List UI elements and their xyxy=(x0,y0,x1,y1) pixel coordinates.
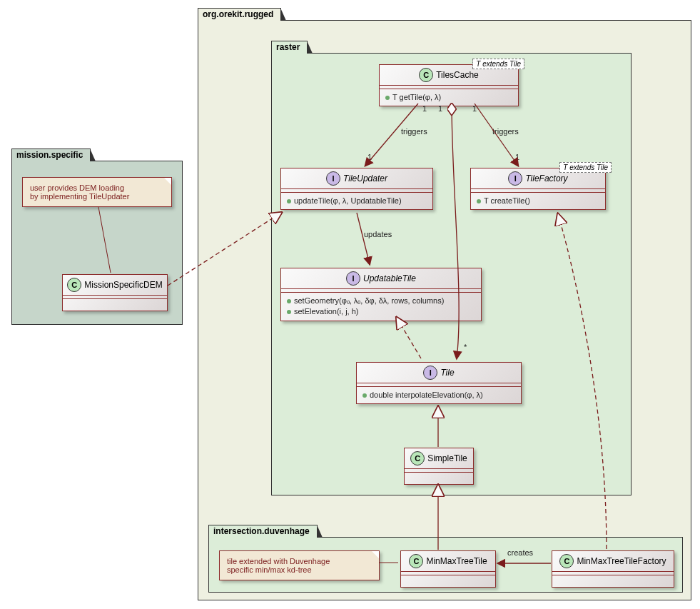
method: setElevation(i, j, h) xyxy=(294,306,358,317)
class-name: MissionSpecificDEM xyxy=(84,280,162,290)
class-tile: I Tile double interpolateElevation(φ, λ) xyxy=(356,362,522,404)
package-mission-specific-tab: mission.specific xyxy=(11,149,91,161)
class-name: TileUpdater xyxy=(343,173,387,183)
template-param: T extends Tile xyxy=(559,162,612,173)
interface-icon: I xyxy=(508,171,522,186)
class-icon: C xyxy=(559,554,574,568)
package-org-orekit-rugged-tab: org.orekit.rugged xyxy=(198,8,281,21)
method: T getTile(φ, λ) xyxy=(392,92,441,103)
interface-icon: I xyxy=(326,171,340,186)
class-tile-updater: I TileUpdater updateTile(φ, λ, Updatable… xyxy=(280,168,433,210)
label-triggers-2: triggers xyxy=(492,127,519,136)
class-name: TilesCache xyxy=(436,70,479,80)
class-icon: C xyxy=(409,554,423,568)
package-intersection-duvenhage: intersection.duvenhage tile extended wit… xyxy=(208,537,683,593)
label-creates: creates xyxy=(507,548,533,557)
class-simple-tile: C SimpleTile xyxy=(404,448,474,485)
interface-icon: I xyxy=(423,366,437,380)
class-name: UpdatableTile xyxy=(363,273,416,283)
class-name: Tile xyxy=(440,368,454,378)
class-minmaxtreetile: C MinMaxTreeTile xyxy=(400,550,496,588)
class-minmaxtreetilefactory: C MinMaxTreeTileFactory xyxy=(552,550,674,588)
package-raster-tab: raster xyxy=(271,41,308,54)
class-name: MinMaxTreeTile xyxy=(426,556,487,566)
interface-icon: I xyxy=(346,271,360,286)
mult-1-c: 1 xyxy=(472,104,477,113)
mult-star: * xyxy=(464,343,467,351)
class-name: SimpleTile xyxy=(427,453,467,463)
mult-1-a: 1 xyxy=(422,104,427,113)
label-triggers-1: triggers xyxy=(401,127,427,136)
visibility-dot xyxy=(287,310,291,314)
class-icon: C xyxy=(67,278,81,292)
visibility-dot xyxy=(362,393,367,398)
class-tiles-cache: C TilesCache T extends Tile T getTile(φ,… xyxy=(379,64,519,106)
class-updatable-tile: I UpdatableTile setGeometry(φ₀, λ₀, δφ, … xyxy=(280,268,482,321)
class-icon: C xyxy=(419,68,433,82)
visibility-dot xyxy=(477,199,481,203)
package-mission-specific: mission.specific user provides DEM loadi… xyxy=(11,161,183,325)
package-raster: raster C TilesCache T extends Tile T get… xyxy=(271,53,631,495)
method: double interpolateElevation(φ, λ) xyxy=(370,390,483,401)
visibility-dot xyxy=(385,96,390,100)
mult-1-b: 1 xyxy=(438,104,442,113)
package-org-orekit-rugged: org.orekit.rugged raster C TilesCache T … xyxy=(198,20,691,600)
note-intersection: tile extended with Duvenhage specific mi… xyxy=(219,550,380,580)
class-icon: C xyxy=(410,451,425,465)
class-name: TileFactory xyxy=(525,173,567,183)
label-updates: updates xyxy=(364,230,392,238)
template-param: T extends Tile xyxy=(472,59,524,69)
package-intersection-duvenhage-tab: intersection.duvenhage xyxy=(208,525,318,538)
method: setGeometry(φ₀, λ₀, δφ, δλ, rows, column… xyxy=(294,296,444,306)
method: updateTile(φ, λ, UpdatableTile) xyxy=(294,196,402,206)
visibility-dot xyxy=(287,299,291,303)
mult-1-e: 1 xyxy=(515,153,519,161)
note-mission: user provides DEM loading by implementin… xyxy=(22,177,172,207)
method: T createTile() xyxy=(484,196,530,206)
class-name: MinMaxTreeTileFactory xyxy=(577,556,666,566)
visibility-dot xyxy=(287,199,291,203)
mult-1-d: 1 xyxy=(367,153,372,161)
class-mission-specific-dem: C MissionSpecificDEM xyxy=(62,274,168,311)
class-tile-factory: I TileFactory T extends Tile T createTil… xyxy=(470,168,606,210)
